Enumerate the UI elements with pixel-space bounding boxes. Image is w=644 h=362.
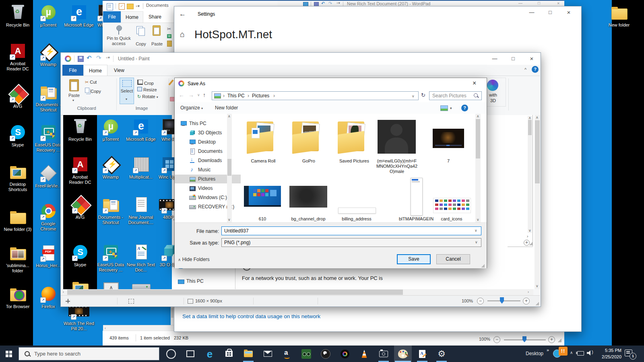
back-arrow-icon[interactable]: ←: [179, 10, 186, 18]
canvas-icon-microsoft-edge[interactable]: e↗Microsoft Edge: [126, 117, 156, 142]
taskbar-search-box[interactable]: Type here to search: [19, 347, 159, 360]
resize-grip-icon[interactable]: [558, 339, 561, 342]
paint-close-button[interactable]: ×: [522, 53, 541, 64]
undo-icon[interactable]: ↶: [87, 54, 92, 62]
taskbar-wordpad-button[interactable]: A: [413, 346, 431, 362]
wordpad-close-icon[interactable]: ×: [557, 1, 559, 6]
save-button[interactable]: Save: [397, 254, 431, 264]
speaker-icon[interactable]: [587, 350, 592, 356]
desktop-icon-skype[interactable]: S↗Skype: [2, 123, 33, 148]
canvas-icon-acrobat-reader-dc[interactable]: A↗Acrobat Reader DC: [65, 155, 95, 185]
zoom-out-icon[interactable]: −: [493, 336, 500, 343]
file-tile-610[interactable]: 610: [241, 177, 284, 222]
paint-minimize-button[interactable]: —: [485, 53, 504, 64]
cut-button[interactable]: ✂ Cut: [85, 80, 97, 85]
taskbar-photos-button[interactable]: [336, 346, 354, 362]
taskbar-edge-tb-button[interactable]: e: [201, 346, 219, 362]
desktop-icon-winamp[interactable]: ⚡↗Winamp: [33, 43, 64, 67]
forward-arrow-icon[interactable]: →: [188, 92, 194, 98]
canvas-icon-folderimg[interactable]: [65, 278, 95, 289]
file-tile-camera-roll[interactable]: Camera Roll: [242, 119, 285, 164]
file-tile-billing-address[interactable]: billing_address: [335, 177, 378, 222]
explorer-paste-button[interactable]: Paste: [149, 24, 165, 53]
canvas-icon-torrent[interactable]: µ↗µTorrent: [95, 117, 126, 142]
breadcrumb-pictures[interactable]: Pictures: [252, 93, 269, 99]
redo-icon[interactable]: ↷: [96, 54, 101, 62]
desktop-icon-new-folder[interactable]: New folder: [604, 3, 634, 28]
tray-desktop-toolbar[interactable]: Desktop: [526, 351, 543, 356]
qat-dropdown-icon[interactable]: =▾: [336, 1, 340, 5]
breadcrumb-dropdown-icon[interactable]: ∨: [412, 94, 415, 98]
qat-properties-icon[interactable]: ✓: [119, 3, 125, 10]
canvas-icon-multiplicat[interactable]: ↗Multiplicat...: [126, 155, 156, 180]
explorer-tab-file[interactable]: File: [103, 11, 121, 23]
paint-tab-home[interactable]: Home: [83, 65, 107, 76]
view-dropdown-icon[interactable]: ▾: [450, 106, 452, 110]
canvas-icon-avg[interactable]: ↗AVG: [65, 195, 95, 220]
undo-icon[interactable]: ↶: [321, 1, 325, 6]
taskbar-obs-button[interactable]: [317, 346, 334, 362]
hide-folders-button[interactable]: ∧ Hide Folders: [178, 257, 210, 262]
help-icon[interactable]: ?: [461, 105, 468, 111]
taskbar-taskview-button[interactable]: [182, 346, 199, 362]
taskbar-greenoo-button[interactable]: [297, 346, 315, 362]
paint-tab-view[interactable]: View: [107, 65, 131, 76]
file-tile-saved-pictures[interactable]: Saved Pictures: [333, 119, 376, 164]
scroll-left-icon[interactable]: ‹: [105, 326, 106, 330]
dialog-close-icon[interactable]: ×: [473, 80, 476, 87]
qat-dropdown-icon[interactable]: =▾: [106, 56, 110, 60]
desktop-icon-sublimina-folder[interactable]: 'sublimina... folder: [2, 244, 33, 274]
tray-expand-icon[interactable]: ∧: [570, 350, 573, 355]
desktop-icon-desktop-shortcuts[interactable]: Desktop Shortcuts: [2, 162, 33, 192]
desktop-icon-avg[interactable]: ↗AVG: [2, 84, 33, 109]
taskbar-paint-button[interactable]: [394, 346, 412, 362]
new-folder-button[interactable]: New folder: [215, 105, 238, 111]
save-type-select[interactable]: PNG (*.png) ∨: [221, 238, 481, 247]
file-tile-7[interactable]: 7: [427, 119, 470, 164]
redo-icon[interactable]: ↷: [328, 1, 332, 6]
resize-grip-icon[interactable]: [536, 302, 539, 305]
pencil-icon[interactable]: [168, 80, 173, 86]
explorer-copy-button[interactable]: Copy: [133, 24, 149, 53]
set-data-limit-link[interactable]: Set a data limit to help control data us…: [182, 313, 320, 319]
explorer-vscroll-fragment[interactable]: [171, 306, 174, 325]
start-button[interactable]: [0, 346, 19, 362]
refresh-icon[interactable]: ↻: [421, 92, 425, 98]
file-tile-m-ewilg0y-mh-fmnom0cxhynqa42o-male[interactable]: (m=ewILG0y)(mh=FMNOM0cXHYnQa42O)male: [376, 119, 418, 174]
crop-button[interactable]: Crop: [137, 80, 154, 86]
up-arrow-icon[interactable]: ↑: [203, 92, 206, 98]
save-icon[interactable]: [78, 56, 84, 62]
canvas-icon-drive[interactable]: [126, 278, 156, 289]
breadcrumb[interactable]: › This PC › Pictures › ∨: [212, 91, 419, 100]
paint-maximize-button[interactable]: □: [504, 53, 522, 64]
organize-button[interactable]: Organize ▾: [180, 105, 203, 111]
ribbon-collapse-icon[interactable]: ^: [524, 67, 526, 72]
copy-button[interactable]: Copy: [85, 88, 101, 94]
desktop-icon-tor-browser[interactable]: Tor Browser: [2, 285, 33, 309]
canvas-icon-skype[interactable]: S↗Skype: [65, 243, 95, 267]
pin-to-quick-access-button[interactable]: Pin to Quick access: [106, 24, 132, 53]
desktop-icon-firefox[interactable]: ↗Firefox: [33, 285, 64, 309]
wordpad-maximize-icon[interactable]: □: [538, 1, 540, 5]
rotate-button[interactable]: ↻ Rotate ▾: [137, 94, 158, 99]
desktop-icon-microsoft-edge[interactable]: e↗Microsoft Edge: [64, 3, 94, 28]
desktop-icon-new-folder-3[interactable]: New folder (3): [2, 208, 33, 232]
file-tile-gopro[interactable]: GoPro: [287, 119, 330, 164]
back-arrow-icon[interactable]: ←: [179, 92, 184, 98]
file-list-scrollbar[interactable]: ∧∨: [475, 114, 481, 222]
resize-grip-icon[interactable]: [481, 264, 485, 267]
zoom-slider-thumb[interactable]: [500, 297, 504, 304]
file-name-input[interactable]: Untitled937 ∨: [221, 226, 481, 235]
canvas-icon-winamp[interactable]: ⚡↗Winamp: [95, 155, 126, 180]
desktop-icon-documents-shortcut[interactable]: ↗Documents - Shortcut: [33, 83, 64, 113]
view-mode-icon[interactable]: [440, 105, 448, 111]
desktop-icon-torrent[interactable]: µ↗µTorrent: [33, 3, 64, 28]
paint-hscrollbar[interactable]: ‹ ›: [62, 289, 533, 295]
taskbar-camera-button[interactable]: [375, 346, 392, 362]
canvas-icon-chevbox[interactable]: ∧: [95, 278, 126, 289]
paint-tab-file[interactable]: File: [62, 65, 83, 76]
qat-dropdown-icon[interactable]: =▾: [136, 4, 140, 8]
taskbar-vlc-button[interactable]: [355, 346, 373, 362]
resize-button[interactable]: Resize: [137, 87, 157, 92]
taskbar-mail-button[interactable]: [259, 346, 277, 362]
